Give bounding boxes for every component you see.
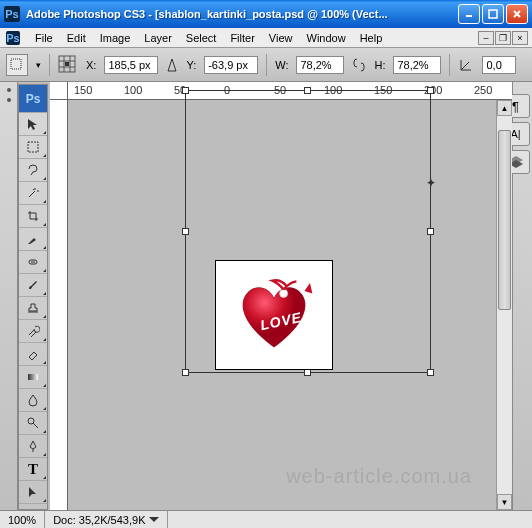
link-icon[interactable]: [352, 56, 366, 74]
svg-line-16: [33, 423, 38, 428]
menu-edit[interactable]: Edit: [60, 30, 93, 46]
stamp-tool[interactable]: [19, 297, 47, 320]
svg-rect-14: [28, 374, 38, 380]
close-button[interactable]: [506, 4, 528, 24]
dock-strip[interactable]: [0, 82, 18, 510]
mdi-minimize-button[interactable]: –: [478, 31, 494, 45]
status-bar: 100% Doc: 35,2K/543,9K: [0, 510, 532, 528]
titlebar: Ps Adobe Photoshop CS3 - [shablon_kartin…: [0, 0, 532, 28]
history-brush-tool[interactable]: [19, 320, 47, 343]
mdi-close-button[interactable]: ×: [512, 31, 528, 45]
watermark: web-article.com.ua: [286, 465, 472, 488]
svg-rect-10: [65, 62, 69, 66]
eraser-tool[interactable]: [19, 343, 47, 366]
move-tool[interactable]: [19, 113, 47, 136]
toolbox: Ps T: [18, 84, 48, 510]
w-label: W:: [275, 59, 288, 71]
canvas[interactable]: ✦ LOVE: [68, 100, 512, 510]
gradient-tool[interactable]: [19, 366, 47, 389]
options-bar: ▾ X: Y: W: H:: [0, 48, 532, 82]
doc-size[interactable]: Doc: 35,2K/543,9K: [45, 511, 168, 528]
lasso-tool[interactable]: [19, 159, 47, 182]
ruler-vertical[interactable]: [50, 100, 68, 510]
svg-point-17: [280, 289, 288, 297]
scrollbar-thumb[interactable]: [498, 130, 511, 310]
svg-rect-4: [11, 59, 21, 69]
blur-tool[interactable]: [19, 389, 47, 412]
svg-rect-1: [489, 10, 497, 18]
app-icon: Ps: [4, 6, 20, 22]
y-input[interactable]: [204, 56, 258, 74]
heal-tool[interactable]: [19, 251, 47, 274]
transform-anchor[interactable]: ✦: [426, 176, 436, 186]
reference-point-icon[interactable]: [58, 55, 78, 75]
canvas-area: 150 100 50 0 50 100 150 200 250 ✦: [50, 82, 512, 510]
minimize-button[interactable]: [458, 4, 480, 24]
menu-image[interactable]: Image: [93, 30, 138, 46]
dropdown-icon[interactable]: ▾: [36, 60, 41, 70]
w-input[interactable]: [296, 56, 344, 74]
x-label: X:: [86, 59, 96, 71]
h-input[interactable]: [393, 56, 441, 74]
wand-tool[interactable]: [19, 182, 47, 205]
tool-preset-icon[interactable]: [6, 54, 28, 76]
mdi-restore-button[interactable]: ❐: [495, 31, 511, 45]
menu-file[interactable]: File: [28, 30, 60, 46]
window-title: Adobe Photoshop CS3 - [shablon_kartinki_…: [26, 8, 458, 20]
marquee-tool[interactable]: [19, 136, 47, 159]
menu-select[interactable]: Select: [179, 30, 224, 46]
svg-rect-11: [28, 142, 38, 152]
slice-tool[interactable]: [19, 228, 47, 251]
angle-input[interactable]: [482, 56, 516, 74]
dodge-tool[interactable]: [19, 412, 47, 435]
canvas-image[interactable]: LOVE: [215, 260, 333, 370]
menu-window[interactable]: Window: [300, 30, 353, 46]
x-input[interactable]: [104, 56, 158, 74]
right-panel-strip: ¶ A|: [512, 82, 532, 510]
y-label: Y:: [186, 59, 196, 71]
h-label: H:: [374, 59, 385, 71]
maximize-button[interactable]: [482, 4, 504, 24]
ps-logo-tool[interactable]: Ps: [19, 85, 47, 113]
angle-icon: [458, 57, 474, 73]
brush-tool[interactable]: [19, 274, 47, 297]
menu-view[interactable]: View: [262, 30, 300, 46]
triangle-icon: [166, 56, 178, 74]
path-select-tool[interactable]: [19, 481, 47, 504]
menu-filter[interactable]: Filter: [223, 30, 261, 46]
crop-tool[interactable]: [19, 205, 47, 228]
chevron-down-icon[interactable]: [149, 517, 159, 522]
type-tool[interactable]: T: [19, 458, 47, 481]
pen-tool[interactable]: [19, 435, 47, 458]
zoom-level[interactable]: 100%: [0, 511, 45, 528]
menu-layer[interactable]: Layer: [137, 30, 179, 46]
ruler-origin[interactable]: [50, 82, 68, 100]
app-menu-icon[interactable]: Ps: [6, 31, 20, 45]
scrollbar-vertical[interactable]: ▲ ▼: [496, 100, 512, 510]
menu-help[interactable]: Help: [353, 30, 390, 46]
menubar: Ps File Edit Image Layer Select Filter V…: [0, 28, 532, 48]
